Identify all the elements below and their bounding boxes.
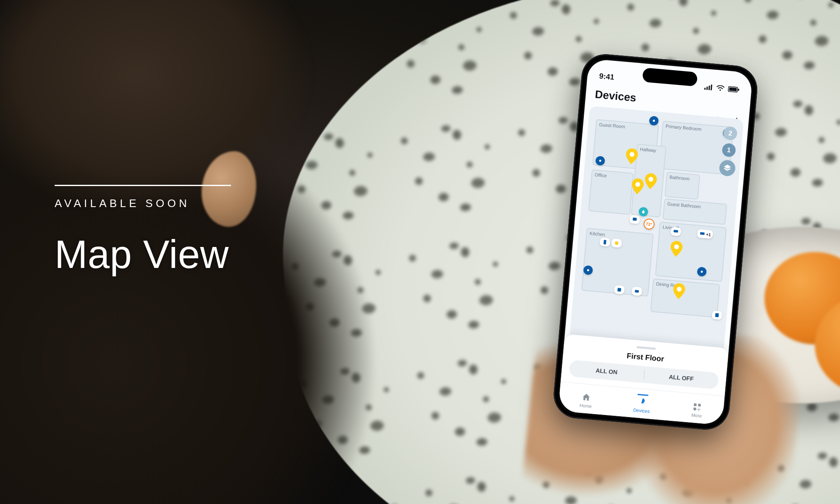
page-title: Devices [594,88,637,104]
light-pin-icon[interactable] [625,148,639,165]
svg-rect-26 [633,218,637,221]
svg-rect-29 [604,240,606,244]
phone-frame: 9:41 Devices [552,52,759,431]
svg-point-4 [719,89,721,91]
svg-point-25 [587,269,589,271]
device-chip[interactable] [614,285,625,294]
svg-rect-31 [617,288,621,291]
tab-devices[interactable]: Devices [633,394,651,414]
svg-rect-35 [698,404,701,407]
phone-screen: 9:41 Devices [558,59,753,425]
room-label: Guest Room [599,122,625,129]
svg-rect-3 [711,84,712,90]
svg-rect-6 [729,87,737,92]
svg-point-30 [615,242,619,245]
layers-button[interactable] [719,160,736,177]
status-time: 9:41 [599,72,615,82]
thermostat-badge[interactable]: 72° [643,218,655,230]
device-group-count: +1 [706,232,711,237]
light-pin-icon[interactable] [631,178,645,195]
svg-rect-7 [738,89,739,91]
tab-label: Devices [633,407,650,414]
room-label: Hallway [640,147,656,153]
svg-rect-2 [709,86,710,90]
svg-point-21 [653,120,655,122]
svg-rect-36 [693,407,696,410]
thermostat-value: 72° [646,221,652,226]
room-living-room[interactable]: Living R [655,222,727,282]
tab-more[interactable]: More [691,399,704,418]
svg-point-24 [701,270,703,273]
device-chip[interactable] [670,227,681,236]
device-group-chip[interactable]: +1 [697,229,713,239]
light-pin-icon[interactable] [669,240,683,257]
svg-rect-33 [715,313,719,317]
light-pin-icon[interactable] [672,283,686,299]
room-office[interactable]: Office [588,169,634,215]
device-chip[interactable] [611,239,622,248]
all-off-button[interactable]: ALL OFF [644,371,719,384]
svg-rect-27 [674,230,678,233]
tab-label: More [691,412,702,418]
cellular-signal-icon [704,84,713,91]
room-label: Bathroom [669,174,690,181]
svg-rect-1 [706,87,708,90]
svg-rect-0 [704,88,706,90]
svg-rect-28 [700,232,705,235]
overlay-title: Map View [55,232,231,277]
room-guest-bathroom[interactable]: Guest Bathroom [662,198,727,225]
overlay-eyebrow: AVAILABLE SOON [55,197,231,210]
device-chip[interactable] [629,215,640,224]
light-pin-icon[interactable] [644,173,658,189]
sheet-grabber[interactable] [637,346,656,350]
marketing-overlay: AVAILABLE SOON Map View [55,185,231,277]
room-label: Kitchen [589,231,605,237]
room-label: Primary Bedroom [665,123,701,131]
svg-rect-34 [694,403,697,406]
floorplan-map[interactable]: 2 1 Guest Room Primary Bedroom Hallway O… [570,106,744,354]
room-label: Office [595,172,607,178]
floor-1-badge[interactable]: 1 [722,143,736,158]
device-chip[interactable] [711,310,722,320]
tab-label: Home [579,403,592,409]
svg-rect-32 [635,290,639,293]
overlay-rule [55,185,231,186]
device-chip[interactable] [632,287,643,296]
svg-point-23 [599,160,601,162]
all-on-button[interactable]: ALL ON [569,365,644,378]
battery-icon [728,86,740,93]
floor-2-badge[interactable]: 2 [723,126,738,141]
device-chip[interactable] [599,237,610,247]
wifi-icon [716,85,725,92]
tab-home[interactable]: Home [579,389,593,409]
room-label: Guest Bathroom [667,201,701,209]
room-bathroom[interactable]: Bathroom [664,172,700,200]
